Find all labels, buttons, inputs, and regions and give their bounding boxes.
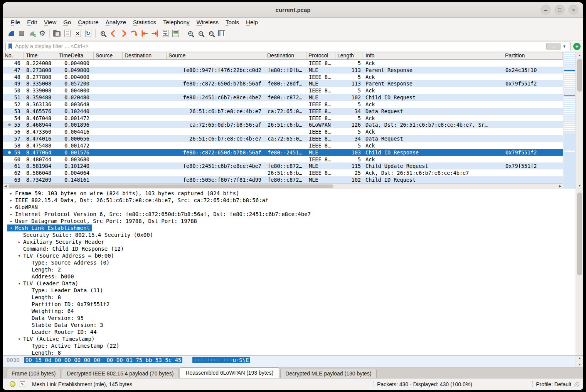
add-filter-button-button[interactable]: + xyxy=(573,43,581,50)
collapsed-arrow-icon[interactable]: ▸ xyxy=(15,240,23,245)
detail-line[interactable]: ▾TLV (Leader Data) xyxy=(3,280,576,287)
packet-row-62[interactable]: 628.5860480.00406426:51:c6:b…IEEE 8…25Ac… xyxy=(3,169,563,176)
packet-row-47[interactable]: 478.2738080.049800fe80::947f:f476:22bc:c… xyxy=(3,67,563,74)
menu-analyze[interactable]: Analyze xyxy=(102,19,130,25)
detail-line[interactable]: Length: 8 xyxy=(3,294,576,301)
expanded-arrow-icon[interactable]: ▾ xyxy=(7,226,15,231)
expanded-arrow-icon[interactable]: ▾ xyxy=(15,337,23,342)
menu-file[interactable]: File xyxy=(7,19,24,25)
go-first-packet-button[interactable] xyxy=(139,28,150,39)
packet-row-58[interactable]: 588.4754880.001472IEEE 8…5Ack xyxy=(3,142,563,149)
menu-statistics[interactable]: Statistics xyxy=(130,19,160,25)
maximize-button[interactable]: □ xyxy=(554,5,565,15)
colorize-packets-button[interactable] xyxy=(170,28,181,39)
display-filter-input[interactable] xyxy=(15,43,546,49)
detail-line[interactable]: ▸IEEE 802.15.4 Data, Dst: 26:51:c6:b7:e8… xyxy=(3,197,576,204)
vscroll-thumb[interactable] xyxy=(577,59,582,92)
detail-line[interactable]: ▸User Datagram Protocol, Src Port: 19788… xyxy=(3,218,576,224)
column-header-protocol[interactable]: Protocol xyxy=(306,52,335,59)
packet-row-46[interactable]: 468.2240080.004000IEEE 8…5Ack xyxy=(3,60,563,67)
detail-line[interactable]: ▸Frame 59: 103 bytes on wire (824 bits),… xyxy=(3,190,576,197)
open-file-button[interactable] xyxy=(52,28,62,39)
intelligent-scrollbar-map[interactable] xyxy=(563,52,576,189)
packet-row-57[interactable]: 578.4740160.00065626:51:c6:b7:e8:ce:4b:e… xyxy=(3,135,563,142)
column-header-partition[interactable]: Partition xyxy=(503,52,563,59)
packet-row-56[interactable]: 568.4733600.004416IEEE 8…5Ack xyxy=(3,128,563,135)
details-vscrollbar[interactable] xyxy=(576,189,583,355)
bytes-tab[interactable]: Decrypted MLE payload (130 bytes) xyxy=(280,369,376,378)
details-scroll-thumb[interactable] xyxy=(577,193,582,275)
display-filter-field[interactable]: → ▼ xyxy=(5,42,571,51)
apply-filter-button[interactable]: → xyxy=(546,43,561,50)
find-packet-button[interactable]: A xyxy=(98,28,108,39)
detail-line[interactable]: ▸Internet Protocol Version 6, Src: fe80:… xyxy=(3,211,576,218)
bytes-tab[interactable]: Reassembled 6LoWPAN (193 bytes) xyxy=(180,367,279,378)
column-header-timedelta[interactable]: TimeDelta xyxy=(57,52,94,59)
packet-row-54[interactable]: 548.4670480.001472IEEE 8…5Ack xyxy=(3,115,563,122)
detail-line[interactable]: ▾TLV (Active Timestamp) xyxy=(3,335,576,342)
packet-row-55[interactable]: 558.4689440.001896ca:72:65:0d:b7:b8:56:a… xyxy=(3,121,563,128)
detail-line[interactable]: Type: Active Timestamp (22) xyxy=(3,342,576,349)
scroll-up-icon[interactable]: ▲ xyxy=(576,54,583,57)
menu-capture[interactable]: Capture xyxy=(74,19,102,25)
detail-line[interactable]: Data Version: 95 xyxy=(3,315,576,322)
detail-line[interactable]: Address: b000 xyxy=(3,273,576,280)
hex-ascii-selected[interactable]: ········ ···u·S\E xyxy=(192,357,250,363)
detail-line[interactable]: ▸Auxiliary Security Header xyxy=(3,238,576,245)
collapsed-arrow-icon[interactable]: ▸ xyxy=(7,191,15,196)
detail-line[interactable]: ▾Mesh Link Establishment xyxy=(3,224,576,231)
resize-columns-button[interactable] xyxy=(216,28,227,39)
packet-list-hscrollbar[interactable]: ◀ ▶ xyxy=(3,183,563,189)
capture-options-button[interactable]: ⚙ xyxy=(37,28,47,39)
go-last-packet-button[interactable] xyxy=(150,28,160,39)
status-profile[interactable]: Profile: Default xyxy=(536,381,571,387)
collapsed-arrow-icon[interactable]: ▸ xyxy=(7,212,15,217)
reload-file-button[interactable]: ↻ xyxy=(83,28,93,39)
titlebar[interactable]: current.pcap – □ × xyxy=(3,2,583,18)
go-back-button[interactable] xyxy=(108,28,118,39)
detail-line[interactable]: Leader Router ID: 44 xyxy=(3,328,576,335)
collapsed-arrow-icon[interactable]: ▸ xyxy=(7,198,15,203)
detail-line[interactable]: Type: Source Address (0) xyxy=(3,259,576,266)
hscroll-thumb[interactable] xyxy=(8,184,333,188)
menu-view[interactable]: View xyxy=(40,19,60,25)
packet-row-61[interactable]: 618.5819840.101240fe80::2451:c6b7:e8ce:4… xyxy=(3,162,563,169)
detail-line[interactable]: Length: 2 xyxy=(3,266,576,273)
packet-row-48[interactable]: 488.2778080.004000IEEE 8…5Ack xyxy=(3,74,563,80)
bytes-tab[interactable]: Decrypted IEEE 802.15.4 payload (70 byte… xyxy=(62,369,178,378)
start-capture-button[interactable] xyxy=(6,28,16,39)
bytes-vscrollbar[interactable]: ▲ ▼ xyxy=(576,356,583,367)
packet-row-53[interactable]: 538.4655760.10244026:51:c6:b7:e8:ce:4b:e… xyxy=(3,108,563,115)
packet-row-52[interactable]: 528.3631360.003648IEEE 8…5Ack xyxy=(3,101,563,108)
scroll-down-icon[interactable]: ▼ xyxy=(576,363,583,366)
menu-go[interactable]: Go xyxy=(60,19,74,25)
column-header-destination[interactable]: Destination xyxy=(265,52,306,59)
column-header-info[interactable]: Info xyxy=(362,52,503,59)
scroll-down-icon[interactable]: ▼ xyxy=(576,184,583,188)
restart-capture-button[interactable]: ↻ xyxy=(27,28,37,39)
resize-grip[interactable] xyxy=(574,382,579,387)
filter-dropdown-caret-icon[interactable]: ▼ xyxy=(562,44,566,49)
hex-bytes-selected[interactable]: 00 15 0d 00 00 00 00 00 00 00 01 75 bb 5… xyxy=(24,357,183,363)
scroll-right-icon[interactable]: ▶ xyxy=(557,184,563,188)
detail-line[interactable]: Command: Child ID Response (12) xyxy=(3,245,576,252)
column-header-no[interactable]: No. xyxy=(3,52,24,59)
auto-scroll-button[interactable] xyxy=(160,28,170,39)
menu-help[interactable]: Help xyxy=(242,19,261,25)
detail-line[interactable]: ▸6LoWPAN xyxy=(3,204,576,211)
go-to-packet-button[interactable] xyxy=(129,28,139,39)
scroll-up-icon[interactable]: ▲ xyxy=(576,357,583,360)
expert-info-icon[interactable] xyxy=(10,381,15,387)
zoom-out-button[interactable]: − xyxy=(195,28,206,39)
detail-line[interactable]: ▾TLV (Source Address = b0:00) xyxy=(3,252,576,259)
expanded-arrow-icon[interactable]: ▾ xyxy=(15,281,23,286)
go-forward-button[interactable] xyxy=(118,28,129,39)
stop-capture-button[interactable] xyxy=(16,28,27,39)
menu-wireless[interactable]: Wireless xyxy=(193,19,222,25)
close-button[interactable]: × xyxy=(568,5,579,15)
bookmark-icon[interactable] xyxy=(8,43,13,50)
menu-tools[interactable]: Tools xyxy=(222,19,242,25)
column-header-source[interactable]: Source xyxy=(94,52,123,59)
packet-list-vscrollbar[interactable]: ▲ ▼ xyxy=(576,52,583,189)
expanded-arrow-icon[interactable]: ▾ xyxy=(15,253,23,258)
